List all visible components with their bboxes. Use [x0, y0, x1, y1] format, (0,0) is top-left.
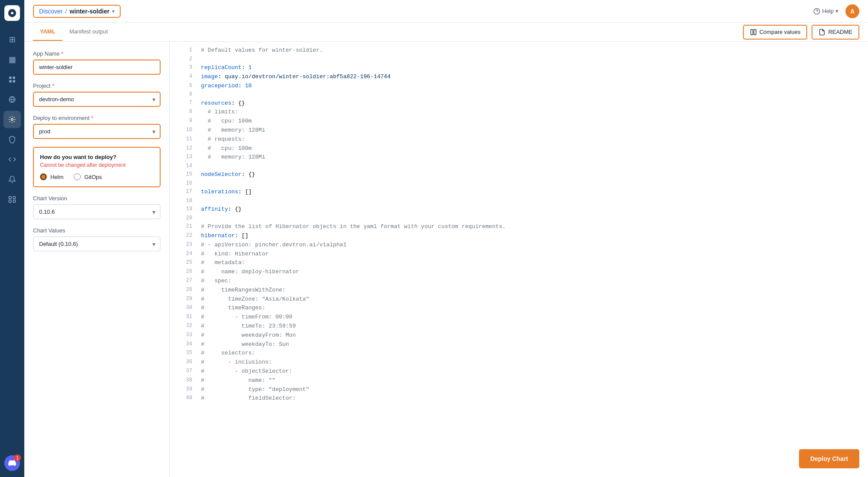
code-editor[interactable]: 1# Default values for winter-soldier. 2 … [170, 42, 868, 477]
svg-rect-10 [13, 196, 15, 199]
project-label: Project * [33, 83, 161, 89]
project-select-wrapper: devtron-demo default production [33, 92, 161, 107]
code-line-31: 31# - timeFrom: 00:00 [170, 313, 868, 322]
code-line-38: 38# name: "" [170, 376, 868, 385]
code-line-40: 40# fieldSelector: [170, 394, 868, 403]
code-line-20: 20 [170, 214, 868, 222]
chevron-down-icon: ▾ [112, 8, 115, 14]
chart-version-select[interactable]: 0.10.6 0.10.5 0.10.4 [33, 204, 161, 219]
app-logo[interactable] [4, 5, 20, 21]
left-panel: App Name * Project * devtron-demo defa [24, 42, 170, 477]
sidebar-item-home[interactable]: ⊞ [3, 31, 21, 48]
sidebar: ⊞ ▦ 1 [0, 0, 24, 477]
gitops-option[interactable]: GitOps [74, 173, 102, 180]
svg-rect-15 [751, 30, 753, 35]
chart-version-field-group: Chart Version 0.10.6 0.10.5 0.10.4 [33, 195, 161, 219]
sidebar-item-globe[interactable] [3, 91, 21, 108]
tab-yaml[interactable]: YAML [33, 23, 62, 41]
code-line-12: 12 # cpu: 100m [170, 144, 868, 153]
helm-option[interactable]: Helm [40, 173, 63, 180]
code-line-19: 19affinity: {} [170, 205, 868, 214]
main-content: Discover / winter-soldier ▾ Help ▾ A YAM… [24, 0, 868, 477]
breadcrumb[interactable]: Discover / winter-soldier ▾ [33, 5, 121, 18]
app-name-field-group: App Name * [33, 50, 161, 75]
code-line-35: 35# selectors: [170, 349, 868, 358]
code-line-4: 4image: quay.io/devtron/winter-soldier:a… [170, 73, 868, 82]
code-line-23: 23# - apiVersion: pincher.devtron.ai/v1a… [170, 241, 868, 250]
svg-rect-11 [9, 200, 11, 202]
deploy-method-title: How do you want to deploy? [40, 154, 154, 160]
chart-version-label: Chart Version [33, 195, 161, 202]
sidebar-item-security[interactable] [3, 131, 21, 148]
code-line-3: 3replicaCount: 1 [170, 63, 868, 73]
sidebar-item-dashboard[interactable]: ▦ [3, 51, 21, 68]
app-name-label: App Name * [33, 50, 161, 57]
code-line-8: 8 # limits: [170, 108, 868, 117]
sidebar-item-apps[interactable] [3, 71, 21, 88]
project-required-marker: * [52, 83, 54, 89]
code-line-33: 33# weekdayFrom: Mon [170, 331, 868, 340]
svg-rect-16 [754, 30, 756, 35]
code-line-1: 1# Default values for winter-soldier. [170, 46, 868, 55]
compare-values-button[interactable]: Compare values [743, 25, 808, 40]
readme-button[interactable]: README [812, 25, 859, 40]
chart-values-label: Chart Values [33, 227, 161, 234]
env-select[interactable]: prod staging dev [33, 124, 161, 139]
sidebar-item-code[interactable] [3, 151, 21, 168]
sidebar-item-bulk[interactable] [3, 191, 21, 208]
code-line-37: 37# - objectSelector: [170, 367, 868, 376]
help-chevron-icon: ▾ [835, 8, 838, 14]
sidebar-item-settings[interactable] [3, 111, 21, 128]
svg-rect-9 [9, 196, 11, 199]
code-line-25: 25# metadata: [170, 258, 868, 268]
code-line-11: 11 # requests: [170, 135, 868, 144]
env-field-group: Deploy to environment * prod staging dev [33, 115, 161, 139]
deploy-warning: Cannot be changed after deployment [40, 162, 154, 168]
code-line-26: 26# name: deploy-hibernator [170, 268, 868, 277]
code-line-36: 36# - inclusions: [170, 358, 868, 367]
code-line-39: 39# type: "deployment" [170, 385, 868, 394]
code-line-6: 6 [170, 90, 868, 99]
avatar[interactable]: A [845, 4, 859, 18]
code-line-28: 28# timeRangesWithZone: [170, 286, 868, 295]
app-name-input[interactable] [33, 60, 161, 75]
content-layout: YAML Manifest output Compare values READ… [24, 23, 868, 477]
env-label: Deploy to environment * [33, 115, 161, 121]
svg-rect-2 [9, 76, 11, 79]
code-line-14: 14 [170, 162, 868, 170]
svg-rect-4 [9, 80, 11, 83]
svg-rect-3 [13, 76, 15, 79]
deploy-chart-button[interactable]: Deploy Chart [799, 449, 859, 468]
discord-notification-badge: 1 [14, 454, 21, 461]
code-line-9: 9 # cpu: 100m [170, 117, 868, 126]
code-line-27: 27# spec: [170, 277, 868, 286]
code-line-7: 7resources: {} [170, 99, 868, 108]
tabs-left: YAML Manifest output [33, 23, 115, 41]
code-line-21: 21# Provide the list of Hibernator objec… [170, 222, 868, 232]
helm-radio[interactable] [40, 173, 47, 180]
code-line-22: 22hibernator: [] [170, 232, 868, 241]
tab-manifest[interactable]: Manifest output [62, 23, 115, 41]
code-line-2: 2 [170, 55, 868, 63]
chart-values-select[interactable]: Default (0.10.6) Custom [33, 236, 161, 252]
sidebar-item-notifications[interactable] [3, 171, 21, 188]
tabs-right: Compare values README [743, 25, 859, 40]
right-panel: 1# Default values for winter-soldier. 2 … [170, 42, 868, 477]
svg-point-1 [11, 12, 13, 14]
code-line-18: 18 [170, 197, 868, 205]
chart-version-select-wrapper: 0.10.6 0.10.5 0.10.4 [33, 204, 161, 219]
project-select[interactable]: devtron-demo default production [33, 92, 161, 107]
code-line-5: 5graceperiod: 10 [170, 82, 868, 91]
breadcrumb-parent: Discover [39, 8, 62, 15]
code-line-17: 17tolerations: [] [170, 188, 868, 197]
help-button[interactable]: Help ▾ [813, 8, 838, 15]
help-label: Help [822, 8, 834, 14]
readme-label: README [828, 29, 852, 35]
gitops-radio[interactable] [74, 173, 81, 180]
chart-values-field-group: Chart Values Default (0.10.6) Custom [33, 227, 161, 252]
breadcrumb-current: winter-soldier [69, 8, 109, 15]
env-select-wrapper: prod staging dev [33, 124, 161, 139]
project-field-group: Project * devtron-demo default productio… [33, 83, 161, 107]
content-area: App Name * Project * devtron-demo defa [24, 42, 868, 477]
discord-button[interactable]: 1 [3, 454, 21, 472]
